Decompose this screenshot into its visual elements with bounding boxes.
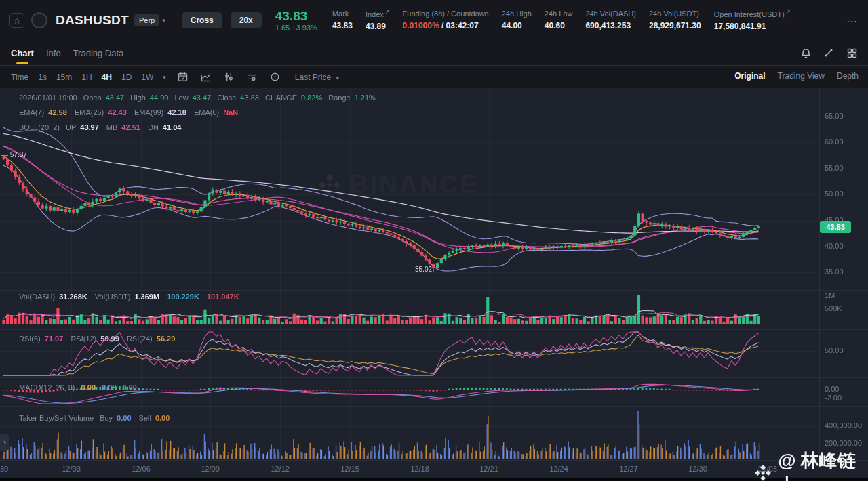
ohlc-legend: 2026/01/01 19:00 Open43.47 High44.00 Low… (19, 93, 380, 102)
chart-toolbar: Time 1s15m1H4H1D1W ▾ Last Price ▾ Origin… (0, 66, 868, 88)
view-tab-original[interactable]: Original (734, 71, 765, 81)
interval-1D[interactable]: 1D (121, 72, 132, 82)
view-tab-depth[interactable]: Depth (837, 71, 859, 81)
rsi24-value: 56.29 (157, 335, 176, 343)
alert-bell-icon[interactable] (799, 46, 812, 60)
macd-hist-value: 0.00 (123, 383, 137, 392)
open-value: 43.47 (106, 93, 125, 102)
last-price-block: 43.83 1.65 +3.93% (275, 9, 317, 32)
coin-logo (31, 12, 47, 28)
high-annotation: — 57.37 (1, 151, 27, 159)
interval-buttons: 1s15m1H4H1D1W (28, 72, 153, 82)
y-tick: -2.00 (825, 394, 842, 402)
last-price-tag: 43.83 (820, 221, 851, 233)
stat-24h-vol-usdt-: 24h Vol(USDT)28,929,671.30 (649, 8, 701, 32)
price-mode-selector[interactable]: Last Price ▾ (295, 72, 339, 82)
y-tick: 1M (825, 291, 835, 299)
view-tab-trading-view[interactable]: Trading View (778, 71, 825, 81)
y-tick: 400,000.00 (825, 421, 862, 430)
y-tick: 65.00 (825, 112, 844, 120)
vol-usdt-value: 1.369M (134, 293, 159, 301)
chevron-down-icon: ▾ (162, 17, 165, 24)
leverage-button[interactable]: 20x (231, 12, 262, 28)
view-mode-tabs: OriginalTrading ViewDepth (734, 71, 859, 81)
macd-dea-value: 0.08 (102, 383, 116, 392)
interval-15m[interactable]: 15m (56, 72, 72, 82)
calendar-icon[interactable] (177, 71, 189, 83)
price-change: 1.65 +3.93% (275, 24, 317, 33)
tab-info[interactable]: Info (45, 42, 62, 64)
edit-chart-icon[interactable] (200, 71, 212, 83)
x-tick: 12/24 (549, 465, 568, 473)
ema7-value: 42.58 (48, 108, 67, 117)
y-tick: 50.00 (825, 190, 844, 198)
interval-1s[interactable]: 1s (38, 72, 47, 82)
credit-watermark: @ 林峰链上 (754, 448, 868, 481)
ema99-value: 42.18 (167, 108, 186, 117)
interval-1W[interactable]: 1W (141, 72, 153, 82)
indicators-icon[interactable] (223, 71, 235, 83)
volume-legend: Vol(DASH)31.268K Vol(USDT)1.369M 100.229… (19, 293, 239, 301)
y-tick: 50.00 (825, 346, 844, 354)
expand-resize-icon[interactable] (822, 46, 835, 60)
stat-mark: Mark43.83 (332, 8, 353, 32)
chart-settings-icon[interactable] (246, 71, 258, 83)
symbol-name[interactable]: DASHUSDT (56, 13, 129, 28)
boll-mb-value: 42.51 (121, 123, 140, 131)
macd-legend: MACD(12, 26, 9) 0.09 0.08 0.00 (19, 383, 137, 392)
change-value: 0.82% (301, 93, 322, 102)
interval-more-chevron-icon[interactable]: ▾ (163, 74, 166, 81)
favorite-star-button[interactable]: ☆ (9, 13, 24, 28)
taker-sell-value: 0.00 (155, 414, 170, 422)
boll-dn-value: 41.04 (163, 123, 182, 131)
low-value: 43.47 (193, 93, 212, 102)
vol-ma2-value: 101.047K (207, 293, 239, 301)
macd-dif-value: 0.09 (81, 383, 96, 392)
more-menu-button[interactable]: ⋯ (846, 15, 859, 28)
chart-canvas[interactable] (0, 88, 868, 460)
header-bar: ☆ DASHUSDT Perp ▾ Cross 20x 43.83 1.65 +… (0, 0, 868, 41)
panel-expander-button[interactable]: › (0, 434, 9, 451)
star-icon: ☆ (13, 16, 21, 26)
header-stats: Mark43.83Index↗43.89Funding (8h) / Count… (332, 8, 790, 32)
x-tick: 12/12 (271, 465, 290, 473)
y-tick: 40.00 (825, 242, 844, 250)
stat-index: Index↗43.89 (366, 8, 390, 32)
contract-type-badge[interactable]: Perp (134, 14, 159, 26)
time-menu[interactable]: Time (11, 72, 28, 82)
stat-funding-8h-countdown: Funding (8h) / Countdown0.01000% / 03:42… (403, 8, 489, 32)
vol-ma1-value: 100.229K (167, 293, 199, 301)
tab-chart[interactable]: Chart (9, 42, 35, 64)
high-value: 44.00 (150, 93, 169, 102)
last-price: 43.83 (275, 9, 317, 24)
crosshair-target-icon[interactable] (269, 71, 281, 83)
credit-text: @ 林峰链上 (778, 448, 868, 481)
layout-grid-icon[interactable] (845, 46, 859, 60)
x-tick: 12/06 (132, 465, 151, 473)
margin-mode-button[interactable]: Cross (182, 12, 222, 28)
taker-buy-value: 0.00 (117, 414, 131, 422)
x-tick: 12/09 (201, 465, 220, 473)
x-tick: 12/30 (688, 465, 707, 473)
binance-futures-page: ☆ DASHUSDT Perp ▾ Cross 20x 43.83 1.65 +… (0, 0, 868, 481)
vol-dash-value: 31.268K (59, 293, 87, 301)
x-tick: 30 (0, 465, 8, 473)
chart-region: BINANCE 2026/01/01 19:00 Open43.47 High4… (0, 88, 868, 460)
bottom-edge (0, 478, 868, 481)
interval-4H[interactable]: 4H (102, 72, 112, 82)
boll-up-value: 43.97 (80, 123, 99, 131)
interval-1H[interactable]: 1H (81, 72, 92, 82)
y-tick: 35.00 (825, 268, 844, 276)
tab-trading-data[interactable]: Trading Data (72, 42, 125, 64)
y-tick: 500K (825, 304, 842, 312)
time-axis[interactable]: 3012/0312/0612/0912/1212/1512/1812/2112/… (0, 460, 868, 478)
ema-legend: EMA(7)42.58 EMA(25)42.43 EMA(99)42.18 EM… (19, 108, 238, 117)
chevron-down-icon: ▾ (336, 75, 340, 81)
tab-items: ChartInfoTrading Data (0, 42, 125, 64)
rsi12-value: 59.99 (100, 335, 119, 343)
ema25-value: 42.43 (108, 108, 127, 117)
y-tick: 60.00 (825, 138, 844, 146)
range-value: 1.21% (355, 93, 376, 102)
stat-24h-high: 24h High44.00 (502, 8, 532, 32)
taker-legend: Taker Buy/Sell Volume Buy0.00 Sell0.00 (19, 414, 170, 422)
